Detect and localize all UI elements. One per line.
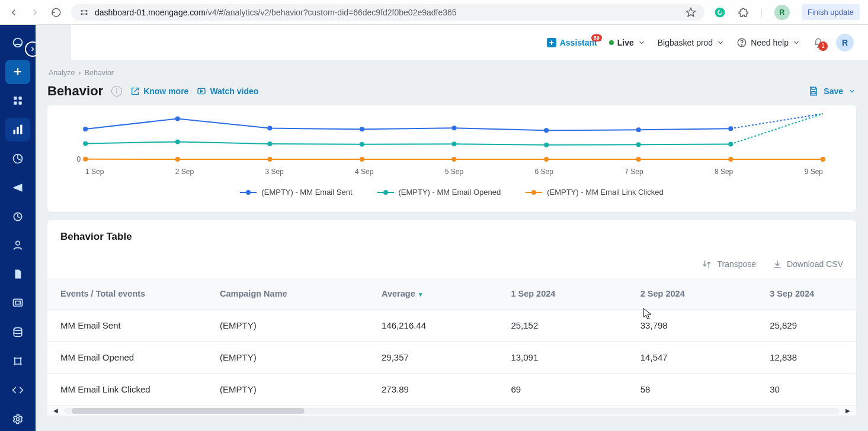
breadcrumb: Analyze › Behavior xyxy=(47,69,856,77)
table-row: MM Email Opened (EMPTY) 29,357 13,091 14… xyxy=(47,342,856,374)
svg-point-47 xyxy=(267,157,272,162)
legend-label: (EMPTY) - MM Email Sent xyxy=(261,188,352,197)
svg-point-34 xyxy=(544,128,549,133)
cell-average: 146,216.44 xyxy=(371,310,500,342)
legend-swatch-icon xyxy=(240,192,257,193)
line-chart[interactable]: 0 xyxy=(59,111,844,168)
cell-event: MM Email Opened xyxy=(47,342,209,374)
watch-video-link[interactable]: Watch video xyxy=(197,86,258,96)
chart-x-tick: 4 Sep xyxy=(355,168,373,176)
legend-item[interactable]: (EMPTY) - MM Email Sent xyxy=(240,188,352,197)
sidebar-dev[interactable] xyxy=(5,378,30,402)
table-header[interactable]: Average ▼ xyxy=(371,278,500,310)
table-title: Behavior Table xyxy=(47,231,856,243)
save-button[interactable]: Save xyxy=(808,86,856,97)
table-card: Behavior Table Transpose Download CSV Ev… xyxy=(47,220,856,416)
scroll-right-icon[interactable]: ▶ xyxy=(843,407,853,414)
breadcrumb-parent[interactable]: Analyze xyxy=(49,69,75,77)
svg-point-42 xyxy=(544,143,549,147)
info-icon[interactable]: i xyxy=(111,86,122,97)
know-more-link[interactable]: Know more xyxy=(130,86,188,96)
sidebar-apps[interactable] xyxy=(5,291,30,316)
notifications-button[interactable]: 1 xyxy=(812,37,824,49)
svg-point-31 xyxy=(267,126,272,131)
legend-label: (EMPTY) - MM Email Link Clicked xyxy=(547,188,663,197)
chart-x-tick: 6 Sep xyxy=(535,168,553,176)
chevron-down-icon xyxy=(638,38,646,47)
help-menu[interactable]: Need help xyxy=(736,37,800,48)
svg-rect-16 xyxy=(14,299,23,306)
breadcrumb-current: Behavior xyxy=(85,69,114,77)
sidebar-user[interactable] xyxy=(5,233,30,258)
chevron-down-icon xyxy=(716,38,725,47)
bookmark-icon[interactable] xyxy=(686,7,696,18)
back-button[interactable] xyxy=(8,7,19,18)
svg-rect-8 xyxy=(14,102,17,105)
table-header[interactable]: 2 Sep 2024 xyxy=(630,278,759,310)
sidebar-retention[interactable] xyxy=(5,146,30,171)
svg-rect-9 xyxy=(19,102,22,105)
legend-item[interactable]: (EMPTY) - MM Email Opened xyxy=(377,188,501,197)
help-label: Need help xyxy=(751,38,789,47)
svg-point-20 xyxy=(20,357,21,359)
sidebar-create[interactable] xyxy=(5,60,30,84)
sidebar-content[interactable] xyxy=(5,262,30,287)
scrollbar-track[interactable] xyxy=(64,408,840,414)
svg-point-50 xyxy=(544,157,549,162)
sidebar-dashboard[interactable] xyxy=(5,89,30,113)
user-avatar[interactable]: R xyxy=(836,34,854,52)
download-csv-button[interactable]: Download CSV xyxy=(773,259,843,269)
assistant-button[interactable]: + Assistant 89 xyxy=(547,38,597,47)
chart-x-tick: 9 Sep xyxy=(805,168,823,176)
sidebar-tools[interactable] xyxy=(5,349,30,373)
grammarly-icon[interactable] xyxy=(714,7,726,18)
table-row: MM Email Link Clicked (EMPTY) 273.89 69 … xyxy=(47,374,856,406)
extensions-icon[interactable] xyxy=(738,7,748,18)
sidebar-campaign[interactable] xyxy=(5,175,30,200)
site-settings-icon[interactable] xyxy=(79,8,89,17)
forward-button[interactable] xyxy=(30,7,40,18)
browser-chrome: dashboard-01.moengage.com/v4/#/analytics… xyxy=(0,0,868,25)
scroll-left-icon[interactable]: ◀ xyxy=(51,407,60,414)
address-bar[interactable]: dashboard-01.moengage.com/v4/#/analytics… xyxy=(71,4,704,21)
svg-point-52 xyxy=(728,157,733,162)
finish-update-button[interactable]: Finish update xyxy=(802,4,860,20)
svg-point-2 xyxy=(81,13,82,14)
svg-point-4 xyxy=(715,7,725,17)
browser-profile-avatar[interactable]: R xyxy=(774,5,790,20)
svg-point-46 xyxy=(175,157,180,162)
legend-item[interactable]: (EMPTY) - MM Email Link Clicked xyxy=(526,188,663,197)
svg-rect-10 xyxy=(14,130,15,134)
table-horizontal-scrollbar[interactable]: ◀ ▶ xyxy=(47,405,856,416)
workspace-selector[interactable]: Bigbasket prod xyxy=(658,38,725,47)
cell-campaign: (EMPTY) xyxy=(209,374,371,406)
transpose-button[interactable]: Transpose xyxy=(702,259,756,269)
table-header[interactable]: Campaign Name xyxy=(209,278,371,310)
chart-card: 0 1 Sep2 Sep3 Sep4 Sep5 Sep6 Sep7 Sep8 S… xyxy=(47,105,856,212)
reload-button[interactable] xyxy=(51,7,62,18)
svg-point-33 xyxy=(452,126,457,130)
sidebar-flows[interactable] xyxy=(5,204,30,229)
table-header[interactable]: 1 Sep 2024 xyxy=(500,278,629,310)
table-header[interactable]: Events / Total events xyxy=(47,278,209,310)
sidebar-data[interactable] xyxy=(5,320,30,345)
svg-point-29 xyxy=(83,127,88,131)
svg-point-40 xyxy=(360,142,364,147)
cell-average: 273.89 xyxy=(371,374,500,406)
svg-point-21 xyxy=(14,363,15,365)
scrollbar-thumb[interactable] xyxy=(72,408,305,414)
svg-point-35 xyxy=(636,127,641,132)
cell-campaign: (EMPTY) xyxy=(209,342,371,374)
chart-x-tick: 7 Sep xyxy=(624,168,643,176)
table-header[interactable]: 3 Sep 2024 xyxy=(759,278,856,310)
cell-d1: 69 xyxy=(500,374,629,406)
cell-average: 29,357 xyxy=(371,342,500,374)
sidebar-settings[interactable] xyxy=(5,407,30,431)
svg-point-3 xyxy=(86,13,87,14)
cell-campaign: (EMPTY) xyxy=(209,310,371,342)
svg-point-45 xyxy=(83,157,88,162)
save-icon xyxy=(808,86,819,97)
status-selector[interactable]: Live xyxy=(609,38,646,47)
sort-desc-icon: ▼ xyxy=(418,291,424,298)
sidebar-analyze[interactable] xyxy=(5,118,30,142)
